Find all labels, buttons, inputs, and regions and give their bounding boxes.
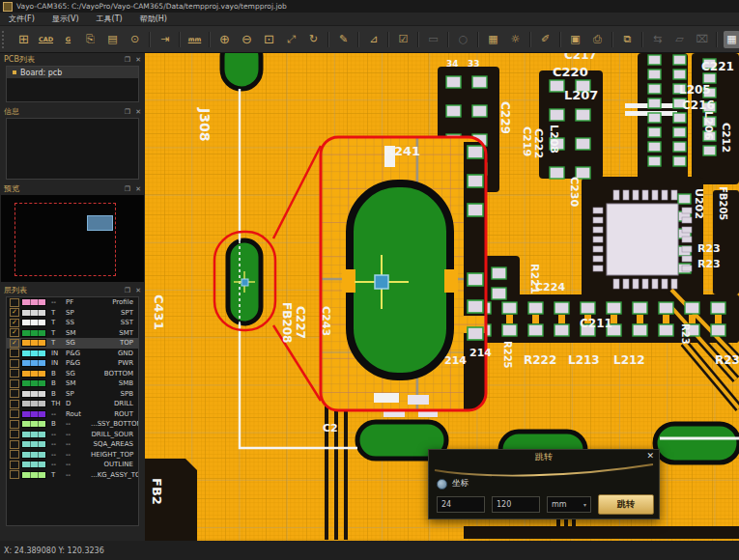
jump-button[interactable]: 跳转 [598,494,654,515]
save-icon[interactable]: ▤ [104,31,121,48]
float-panel-icon[interactable]: ❐ [125,287,130,294]
layer-row-Profile[interactable]: --PFProfile [7,297,138,308]
layer-row-TOP[interactable]: ✓TSGTOP [7,338,138,349]
jump-dialog-titlebar[interactable]: 跳转 ✕ [429,450,659,463]
float-panel-icon[interactable]: ❐ [125,56,130,64]
layer-visibility-checkbox[interactable] [10,461,19,469]
board-edit-icon[interactable]: ✎ [335,31,352,48]
close-panel-icon[interactable]: ✕ [135,287,141,294]
layer-color-swatch[interactable] [21,451,46,459]
layer-color-swatch[interactable] [21,319,46,326]
layer-visibility-checkbox[interactable] [10,400,19,408]
coordinate-radio[interactable] [437,479,447,490]
layer-visibility-checkbox[interactable] [10,420,19,429]
layer-row-HEIGHT_TOP[interactable]: ----HEIGHT_TOP [7,450,138,461]
layer-color-swatch[interactable] [21,379,46,387]
layer-color-swatch[interactable] [21,390,46,398]
new-file-icon[interactable]: ⊞ [15,31,32,48]
layer-visibility-checkbox[interactable] [10,389,19,398]
export-icon[interactable]: ⇥ [156,31,173,48]
layer-color-swatch[interactable] [21,400,46,407]
highlight-icon[interactable]: ☼ [507,31,524,48]
layer-visibility-checkbox[interactable] [10,349,19,357]
layer-row-SST[interactable]: ✓TSSSST [7,318,138,328]
pcb-list-item-board[interactable]: Board: pcb [7,67,138,78]
copy-view-icon[interactable]: ⧉ [619,31,636,48]
layer-row-SMT[interactable]: ✓TSMSMT [7,328,138,339]
layer-row-SPT[interactable]: ✓TSPSPT [7,308,138,319]
capture-region-icon[interactable]: ▣ [567,31,583,48]
layer-color-swatch[interactable] [21,359,46,367]
layer-visibility-checkbox[interactable]: ✓ [10,339,19,348]
close-panel-icon[interactable]: ✕ [135,56,141,64]
layer-visibility-checkbox[interactable]: ✓ [10,328,19,337]
toolbar-drag-handle[interactable] [2,31,9,48]
layer-color-swatch[interactable] [21,350,46,357]
layer-row-SPB[interactable]: BSPSPB [7,389,138,400]
measure-tape-icon[interactable]: ✐ [537,31,554,48]
layer-row-BOTTOM[interactable]: BSGBOTTOM [7,369,138,379]
layer-row-SQA_AREAS[interactable]: ----SQA_AREAS [7,439,138,450]
layer-visibility-checkbox[interactable] [10,440,19,449]
layer-visibility-checkbox[interactable] [10,409,19,418]
gerber-import-icon[interactable]: G [60,31,76,48]
layer-color-swatch[interactable] [21,329,46,337]
layer-visibility-checkbox[interactable]: ✓ [10,308,19,317]
layer-row-...KG_ASSY_TOP[interactable]: T--...KG_ASSY_TOP [7,470,138,481]
layer-color-swatch[interactable] [21,410,46,418]
layer-row-...SSY_BOTTOM[interactable]: B--...SSY_BOTTOM [7,419,138,430]
layer-color-swatch[interactable] [21,431,46,438]
zoom-fit-icon[interactable]: ⤢ [283,31,299,48]
layer-row-SMB[interactable]: BSMSMB [7,378,138,389]
zoom-window-icon[interactable]: ⊡ [261,31,277,48]
open-project-icon[interactable]: ⎘ [82,31,99,48]
preview-viewport[interactable] [1,195,144,282]
layer-visibility-checkbox[interactable] [10,450,19,459]
layer-color-swatch[interactable] [21,339,46,347]
layer-row-GND[interactable]: INP&GGND [7,349,138,359]
layer-row-PWR[interactable]: INP&GPWR [7,358,138,369]
layer-table-icon[interactable]: ▦ [724,31,739,48]
layer-color-swatch[interactable] [21,420,46,428]
menu-item-2[interactable]: 工具(T) [88,14,131,24]
layer-color-swatch[interactable] [21,440,46,448]
layer-color-swatch[interactable] [21,471,46,479]
layer-visibility-checkbox[interactable] [10,359,19,368]
layer-visibility-checkbox[interactable] [10,379,19,388]
layer-visibility-checkbox[interactable] [10,298,19,307]
layer-color-swatch[interactable] [21,309,46,317]
layer-color-swatch[interactable] [21,298,46,306]
float-panel-icon[interactable]: ❐ [125,108,130,116]
grid-settings-icon[interactable]: ▦ [485,31,501,48]
menu-item-3[interactable]: 帮助(H) [131,14,176,24]
close-panel-icon[interactable]: ✕ [135,185,141,193]
menu-item-0[interactable]: 文件(F) [0,14,43,24]
unit-select[interactable]: mm ▾ [547,496,591,513]
layer-row-OUTLINE[interactable]: ----OUTLINE [7,460,138,470]
layer-visibility-checkbox[interactable] [10,369,19,378]
layer-row-DRILL_SOUR[interactable]: ----DRILL_SOUR [7,430,138,440]
select-edit-icon[interactable]: ☑ [395,31,412,48]
close-icon[interactable]: ✕ [646,451,654,461]
layer-row-DRILL[interactable]: THDDRILL [7,399,138,409]
zoom-selection-icon[interactable]: ↻ [305,31,322,48]
zoom-out-icon[interactable]: ⊖ [239,31,255,48]
layer-row-ROUT[interactable]: --RoutROUT [7,409,138,420]
layer-color-swatch[interactable] [21,370,46,378]
close-panel-icon[interactable]: ✕ [135,108,141,116]
close-job-icon[interactable]: ⊙ [127,31,143,48]
layer-visibility-checkbox[interactable] [10,470,19,479]
measure-icon[interactable]: ⊿ [365,31,382,48]
snapshot-icon[interactable]: ⎙ [589,31,606,48]
float-panel-icon[interactable]: ❐ [125,185,130,193]
layer-visibility-checkbox[interactable]: ✓ [10,319,19,327]
menu-item-1[interactable]: 显示(V) [43,14,88,24]
x-coordinate-input[interactable] [437,496,485,513]
zoom-in-icon[interactable]: ⊕ [216,31,233,48]
preview-view-rect[interactable] [87,215,113,231]
layer-color-swatch[interactable] [21,461,46,468]
cad-import-icon[interactable]: CAD [38,31,54,48]
layer-visibility-checkbox[interactable] [10,430,19,438]
units-mm-icon[interactable]: mm [186,31,203,48]
y-coordinate-input[interactable] [492,496,540,513]
